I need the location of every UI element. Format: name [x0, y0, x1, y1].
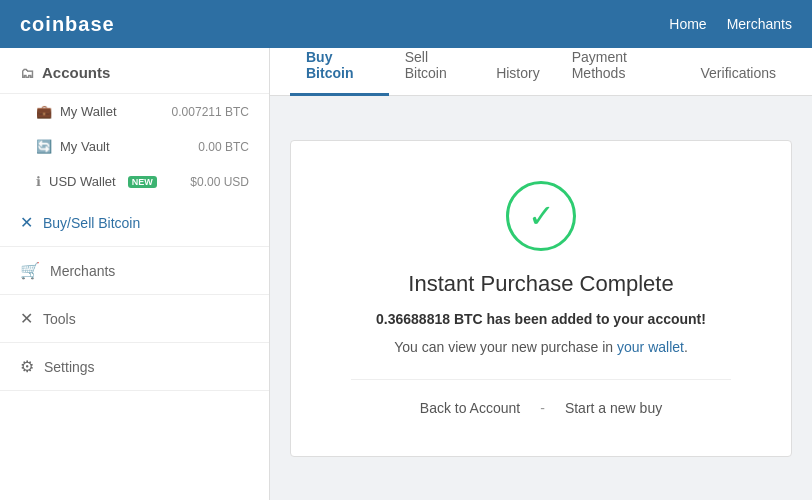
- usd-icon: ℹ: [36, 174, 41, 189]
- usd-label: USD Wallet: [49, 174, 116, 189]
- sidebar-item-wallet[interactable]: 💼 My Wallet 0.007211 BTC: [0, 94, 269, 129]
- sidebar-item-usd[interactable]: ℹ USD Wallet NEW $0.00 USD: [0, 164, 269, 199]
- tools-icon: ✕: [20, 309, 33, 328]
- sidebar: 🗂 Accounts 💼 My Wallet 0.007211 BTC 🔄 My…: [0, 48, 270, 500]
- start-new-buy-link[interactable]: Start a new buy: [565, 400, 662, 416]
- wallet-icon: 💼: [36, 104, 52, 119]
- sidebar-item-merchants[interactable]: 🛒 Merchants: [0, 247, 269, 295]
- tab-sell[interactable]: Sell Bitcoin: [389, 37, 480, 96]
- vault-balance: 0.00 BTC: [198, 140, 249, 154]
- buysell-label: Buy/Sell Bitcoin: [43, 215, 140, 231]
- purchase-wallet-text: You can view your new purchase in your w…: [351, 339, 731, 355]
- tools-label: Tools: [43, 311, 76, 327]
- back-to-account-link[interactable]: Back to Account: [420, 400, 520, 416]
- tabs-bar: Buy Bitcoin Sell Bitcoin History Payment…: [270, 48, 812, 96]
- sidebar-item-vault[interactable]: 🔄 My Vault 0.00 BTC: [0, 129, 269, 164]
- card-actions: Back to Account - Start a new buy: [351, 400, 731, 416]
- nav-merchants[interactable]: Merchants: [727, 16, 792, 32]
- vault-label: My Vault: [60, 139, 110, 154]
- wallet-balance: 0.007211 BTC: [172, 105, 249, 119]
- tab-history[interactable]: History: [480, 53, 556, 96]
- wallet-label: My Wallet: [60, 104, 117, 119]
- wallet-suffix: .: [684, 339, 688, 355]
- vault-icon: 🔄: [36, 139, 52, 154]
- accounts-label: Accounts: [42, 64, 110, 81]
- wallet-link[interactable]: your wallet: [617, 339, 684, 355]
- purchase-amount: 0.36688818 BTC has been added to your ac…: [351, 311, 731, 327]
- settings-label: Settings: [44, 359, 95, 375]
- sidebar-item-buysell[interactable]: ✕ Buy/Sell Bitcoin: [0, 199, 269, 247]
- nav-home[interactable]: Home: [669, 16, 706, 32]
- tab-payment[interactable]: Payment Methods: [556, 37, 685, 96]
- card-divider: [351, 379, 731, 380]
- usd-balance: $0.00 USD: [190, 175, 249, 189]
- tab-verifications[interactable]: Verifications: [685, 53, 792, 96]
- sidebar-item-settings[interactable]: ⚙ Settings: [0, 343, 269, 391]
- action-separator: -: [540, 400, 545, 416]
- tab-buy[interactable]: Buy Bitcoin: [290, 37, 389, 96]
- merchants-label: Merchants: [50, 263, 115, 279]
- sidebar-item-tools[interactable]: ✕ Tools: [0, 295, 269, 343]
- sidebar-accounts-header[interactable]: 🗂 Accounts: [0, 48, 269, 94]
- settings-icon: ⚙: [20, 357, 34, 376]
- logo: coinbase: [20, 13, 115, 36]
- content-area: Buy Bitcoin Sell Bitcoin History Payment…: [270, 48, 812, 500]
- new-badge: NEW: [128, 176, 157, 188]
- nav-links: Home Merchants: [669, 16, 792, 32]
- main-layout: 🗂 Accounts 💼 My Wallet 0.007211 BTC 🔄 My…: [0, 48, 812, 500]
- wallet-prefix: You can view your new purchase in: [394, 339, 617, 355]
- purchase-card: ✓ Instant Purchase Complete 0.36688818 B…: [290, 140, 792, 457]
- buysell-icon: ✕: [20, 213, 33, 232]
- checkmark-icon: ✓: [528, 200, 555, 232]
- purchase-title: Instant Purchase Complete: [351, 271, 731, 297]
- main-panel: ✓ Instant Purchase Complete 0.36688818 B…: [270, 96, 812, 500]
- folder-icon: 🗂: [20, 65, 34, 81]
- success-circle: ✓: [506, 181, 576, 251]
- merchants-icon: 🛒: [20, 261, 40, 280]
